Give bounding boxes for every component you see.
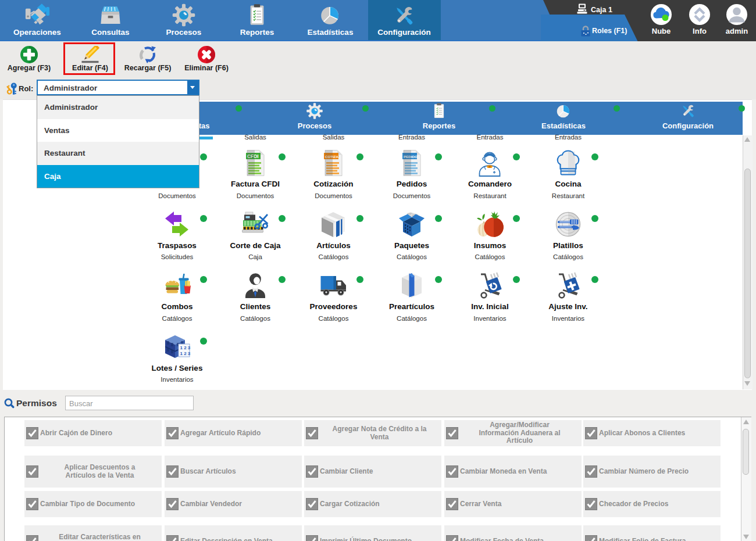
svg-text:1 2 3: 1 2 3 [180, 345, 191, 350]
svg-text:1 2 3: 1 2 3 [180, 351, 191, 356]
